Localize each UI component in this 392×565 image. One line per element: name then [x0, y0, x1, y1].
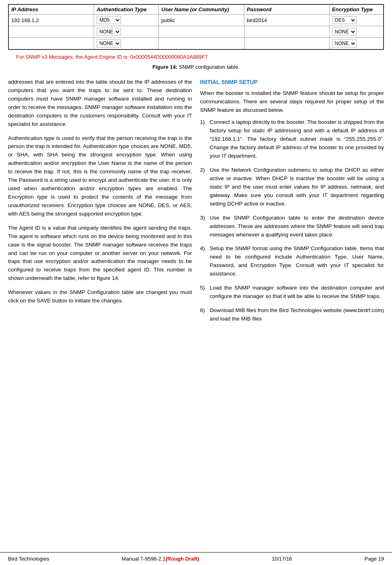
content-area: addresses that are entered into the tabl… — [0, 78, 392, 329]
step-number: 4) — [200, 244, 210, 253]
enc-select[interactable]: NONEDESAES — [332, 28, 357, 36]
agent-engine-id: For SNMP v3 Messages, the Agent Engine I… — [16, 54, 376, 60]
cell-auth[interactable]: NONEMD5SHA — [94, 26, 159, 38]
cell-auth[interactable]: NONEMD5SHA — [94, 14, 159, 26]
left-paragraph: Authentication type is used to verify th… — [8, 134, 192, 218]
ip-input[interactable] — [11, 29, 91, 35]
step-number: 5) — [200, 284, 210, 292]
right-section-heading: INITIAL SNMP SETUP — [200, 78, 384, 87]
step-text: Setup the SNMP format using the SNMP Con… — [210, 244, 384, 278]
left-column: addresses that are entered into the tabl… — [8, 78, 192, 329]
footer-date: 10/17/16 — [272, 556, 292, 562]
col-header-username: User Name (or Community) — [159, 4, 244, 14]
ip-input[interactable] — [11, 17, 91, 23]
snmp-config-table: IP Address Authentication Type User Name… — [8, 4, 384, 50]
cell-password[interactable] — [244, 14, 329, 26]
figure-caption-text: SNMP configuration table. — [177, 64, 239, 70]
footer-draft: (Rough Draft) — [166, 556, 199, 562]
step-text: Load the SNMP manager software into the … — [210, 284, 384, 301]
step-text: Connect a laptop directly to the booster… — [210, 118, 384, 160]
step-number: 6) — [200, 306, 210, 315]
enc-select[interactable]: NONEDESAES — [332, 16, 357, 24]
cell-ip[interactable] — [8, 26, 94, 38]
figure-label: Figure 14: — [152, 64, 177, 70]
col-header-auth: Authentication Type — [94, 4, 159, 14]
cell-ip[interactable] — [8, 14, 94, 26]
username-input[interactable] — [161, 29, 241, 35]
auth-select[interactable]: NONEMD5SHA — [96, 39, 121, 47]
ip-input[interactable] — [11, 41, 91, 47]
step-text: Download MIB files from the Bird Technol… — [210, 306, 384, 323]
table-row: NONEMD5SHANONEDESAES — [8, 14, 384, 26]
col-header-enc: Encryption Type — [329, 4, 384, 14]
table-row: NONEMD5SHANONEDESAES — [8, 26, 384, 38]
cell-enc[interactable]: NONEDESAES — [329, 38, 384, 50]
step-number: 1) — [200, 118, 210, 127]
footer-manual: Manual 7-9598-2.1(Rough Draft) — [122, 556, 199, 562]
col-header-ip: IP Address — [8, 4, 94, 14]
step-item: 3)Use the SNMP Configuration table to en… — [200, 214, 384, 239]
username-input[interactable] — [161, 41, 241, 47]
cell-auth[interactable]: NONEMD5SHA — [94, 38, 159, 50]
step-item: 2)Use the Network Configuration submenu … — [200, 166, 384, 208]
cell-password[interactable] — [244, 38, 329, 50]
footer-page: Page 19 — [365, 556, 384, 562]
password-input[interactable] — [247, 17, 327, 23]
right-column: INITIAL SNMP SETUP When the booster is i… — [200, 78, 384, 329]
step-text: Use the SNMP Configuration table to ente… — [210, 214, 384, 239]
footer: Bird Technologies Manual 7-9598-2.1(Roug… — [0, 552, 392, 565]
auth-select[interactable]: NONEMD5SHA — [96, 16, 121, 24]
left-paragraph: The Agent ID is a value that uniquely id… — [8, 224, 192, 283]
cell-ip[interactable] — [8, 38, 94, 50]
step-text: Use the Network Configuration submenu to… — [210, 166, 384, 208]
top-section: IP Address Authentication Type User Name… — [0, 0, 392, 60]
left-paragraph: addresses that are entered into the tabl… — [8, 78, 192, 129]
step-item: 6)Download MIB files from the Bird Techn… — [200, 306, 384, 323]
enc-select[interactable]: NONEDESAES — [332, 39, 357, 47]
step-item: 4)Setup the SNMP format using the SNMP C… — [200, 244, 384, 278]
step-number: 2) — [200, 166, 210, 175]
cell-enc[interactable]: NONEDESAES — [329, 26, 384, 38]
figure-caption: Figure 14: SNMP configuration table. — [0, 64, 392, 70]
cell-enc[interactable]: NONEDESAES — [329, 14, 384, 26]
password-input[interactable] — [247, 29, 327, 35]
cell-username[interactable] — [159, 26, 244, 38]
cell-username[interactable] — [159, 14, 244, 26]
username-input[interactable] — [161, 17, 241, 23]
cell-password[interactable] — [244, 26, 329, 38]
step-number: 3) — [200, 214, 210, 222]
left-paragraph: Whenever values in the SNMP Configuratio… — [8, 288, 192, 305]
password-input[interactable] — [247, 41, 327, 47]
steps-list: 1)Connect a laptop directly to the boost… — [200, 118, 384, 323]
right-section-intro: When the booster is installed the SNMP f… — [200, 89, 384, 115]
footer-company: Bird Technologies — [8, 556, 49, 562]
table-row: NONEMD5SHANONEDESAES — [8, 38, 384, 50]
auth-select[interactable]: NONEMD5SHA — [96, 28, 121, 36]
step-item: 5)Load the SNMP manager software into th… — [200, 284, 384, 301]
cell-username[interactable] — [159, 38, 244, 50]
step-item: 1)Connect a laptop directly to the boost… — [200, 118, 384, 160]
col-header-password: Password — [244, 4, 329, 14]
